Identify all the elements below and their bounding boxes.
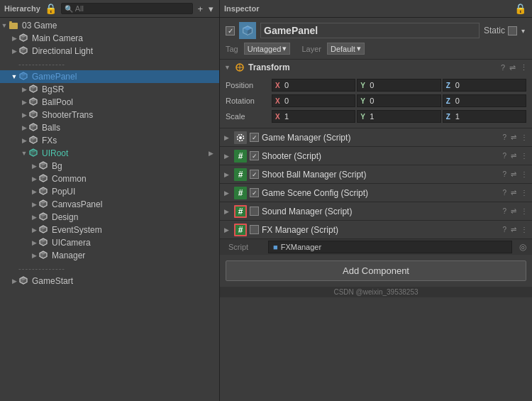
tree-item-03-game[interactable]: ▼ 03 Game — [0, 19, 219, 32]
tree-item-dashed2[interactable]: - - - - - - - - - - - - - - — [0, 262, 219, 275]
tree-item-canvaspanel[interactable]: ▶ CanvasPanel — [0, 198, 219, 211]
script-checkbox-game-scene-config[interactable] — [250, 188, 259, 197]
inspector-scroll: Static ▾ Tag Untagged ▾ Layer Default ▾ — [220, 18, 532, 401]
scale-x-field[interactable]: X 1 — [272, 110, 355, 123]
script-more-game-manager[interactable]: ⋮ — [521, 133, 528, 141]
more-button[interactable]: ▾ — [207, 4, 215, 14]
rotation-y-field[interactable]: Y 0 — [357, 94, 440, 107]
transform-header[interactable]: ▼ Transform ? ⇌ ⋮ — [220, 60, 532, 75]
tree-item-gamestart[interactable]: ▶ GameStart — [0, 275, 219, 287]
script-settings-fx-manager[interactable]: ⇌ — [511, 226, 516, 234]
y-label: Y — [360, 82, 367, 89]
item-label-popui: PopUI — [52, 187, 75, 197]
script-more-sound-manager[interactable]: ⋮ — [521, 207, 528, 215]
tree-item-balls[interactable]: ▶ Balls — [0, 121, 219, 134]
script-help-shoot-ball-manager[interactable]: ? — [502, 170, 506, 178]
script-expand-arrow[interactable]: ▶ — [224, 134, 231, 141]
script-settings-shooter[interactable]: ⇌ — [511, 152, 516, 160]
tree-item-common[interactable]: ▶ Common — [0, 172, 219, 185]
object-enabled-checkbox[interactable] — [226, 26, 235, 35]
scale-y-field[interactable]: Y 1 — [357, 110, 440, 123]
object-name-input[interactable] — [260, 23, 480, 38]
script-expand-arrow[interactable]: ▶ — [224, 208, 231, 215]
tree-item-fxs[interactable]: ▶ FXs — [0, 134, 219, 147]
script-more-game-scene-config[interactable]: ⋮ — [521, 189, 528, 197]
script-more-fx-manager[interactable]: ⋮ — [521, 226, 528, 234]
script-help-sound-manager[interactable]: ? — [502, 207, 506, 215]
script-target-icon[interactable]: ◎ — [519, 242, 526, 252]
layer-dropdown[interactable]: Default ▾ — [327, 43, 365, 55]
tree-item-bgsr[interactable]: ▶ BgSR — [0, 83, 219, 96]
tree-item-uicamera[interactable]: ▶ UICamera — [0, 236, 219, 249]
script-checkbox-game-manager[interactable] — [250, 133, 259, 142]
script-expand-arrow[interactable]: ▶ — [224, 189, 231, 197]
more-icon[interactable]: ⋮ — [520, 63, 528, 72]
add-button[interactable]: + — [196, 4, 204, 14]
script-checkbox-sound-manager[interactable] — [250, 207, 259, 216]
position-z-value: 0 — [455, 81, 460, 89]
sx-label: X — [275, 113, 282, 121]
tree-item-directional-light[interactable]: ▶ Directional Light — [0, 45, 219, 57]
svg-rect-2 — [9, 21, 12, 23]
script-name-fx-manager: FX Manager (Script) — [262, 225, 499, 235]
scale-z-field[interactable]: Z 1 — [443, 110, 526, 123]
rotation-row: Rotation X 0 Y 0 Z — [226, 94, 526, 108]
lock-button[interactable]: 🔒 — [43, 3, 58, 14]
tree-item-dashed1[interactable]: - - - - - - - - - - - - - - — [0, 57, 219, 70]
inspector-lock-button[interactable]: 🔒 — [513, 3, 528, 14]
tree-item-eventsystem[interactable]: ▶ EventSystem — [0, 224, 219, 236]
uiroot-expand-btn[interactable]: ▶ — [209, 150, 216, 157]
tree-item-ballpool[interactable]: ▶ BallPool — [0, 96, 219, 109]
question-icon[interactable]: ? — [501, 63, 505, 72]
script-help-shooter[interactable]: ? — [502, 152, 506, 160]
script-checkbox-shooter[interactable] — [250, 151, 259, 160]
script-settings-game-manager[interactable]: ⇌ — [511, 133, 516, 141]
script-actions-shooter: ? ⇌ ⋮ — [502, 152, 528, 160]
tree-item-main-camera[interactable]: ▶ Main Camera — [0, 32, 219, 45]
position-z-field[interactable]: Z 0 — [443, 79, 526, 92]
tree-item-manager[interactable]: ▶ Manager — [0, 249, 219, 262]
script-row-fx-manager: ▶#FX Manager (Script) ? ⇌ ⋮ — [220, 221, 532, 239]
position-x-field[interactable]: X 0 — [272, 79, 355, 92]
static-dropdown[interactable]: ▾ — [520, 27, 526, 35]
script-row-game-scene-config: ▶#Game Scene Config (Script) ? ⇌ ⋮ — [220, 184, 532, 202]
tree-item-shootertrans[interactable]: ▶ ShooterTrans — [0, 109, 219, 121]
search-icon: 🔍 — [65, 5, 73, 13]
script-help-game-scene-config[interactable]: ? — [502, 189, 506, 197]
tag-label: Tag — [226, 45, 238, 53]
item-label-ballpool: BallPool — [42, 97, 73, 107]
rotation-z-field[interactable]: Z 0 — [443, 94, 526, 107]
script-settings-sound-manager[interactable]: ⇌ — [511, 207, 516, 215]
script-expand-arrow[interactable]: ▶ — [224, 171, 231, 178]
tag-dropdown[interactable]: Untagged ▾ — [244, 43, 291, 55]
item-label-main-camera: Main Camera — [32, 33, 83, 43]
script-checkbox-fx-manager[interactable] — [250, 225, 259, 234]
tree-item-uiroot[interactable]: ▼ UIRoot▶ — [0, 147, 219, 160]
script-help-game-manager[interactable]: ? — [502, 133, 506, 141]
tree-item-gamepanel[interactable]: ▼ GamePanel — [0, 70, 219, 83]
script-more-shoot-ball-manager[interactable]: ⋮ — [521, 170, 528, 178]
static-checkbox[interactable] — [508, 26, 517, 35]
script-settings-shoot-ball-manager[interactable]: ⇌ — [511, 170, 516, 178]
script-checkbox-shoot-ball-manager[interactable] — [250, 170, 259, 179]
rotation-x-field[interactable]: X 0 — [272, 94, 355, 107]
script-value-text: FXManager — [281, 243, 321, 251]
expand-arrow: ▶ — [10, 278, 18, 285]
script-help-fx-manager[interactable]: ? — [502, 226, 506, 234]
script-more-shooter[interactable]: ⋮ — [521, 152, 528, 160]
expand-arrow: ▶ — [20, 99, 28, 106]
script-expand-arrow[interactable]: ▶ — [224, 226, 231, 234]
script-settings-game-scene-config[interactable]: ⇌ — [511, 189, 516, 197]
item-icon-balls — [28, 122, 40, 133]
tree-item-design[interactable]: ▶ Design — [0, 211, 219, 224]
add-component-button[interactable]: Add Component — [226, 260, 526, 281]
position-y-field[interactable]: Y 0 — [357, 79, 440, 92]
search-input[interactable] — [75, 4, 190, 13]
tree-item-popui[interactable]: ▶ PopUI — [0, 185, 219, 198]
tree-item-bg[interactable]: ▶ Bg — [0, 160, 219, 172]
expand-arrow: ▶ — [30, 214, 38, 221]
transform-title: Transform — [248, 62, 498, 72]
settings-icon[interactable]: ⇌ — [509, 63, 516, 72]
script-expand-arrow[interactable]: ▶ — [224, 153, 231, 160]
search-bar[interactable]: 🔍 — [61, 3, 194, 14]
